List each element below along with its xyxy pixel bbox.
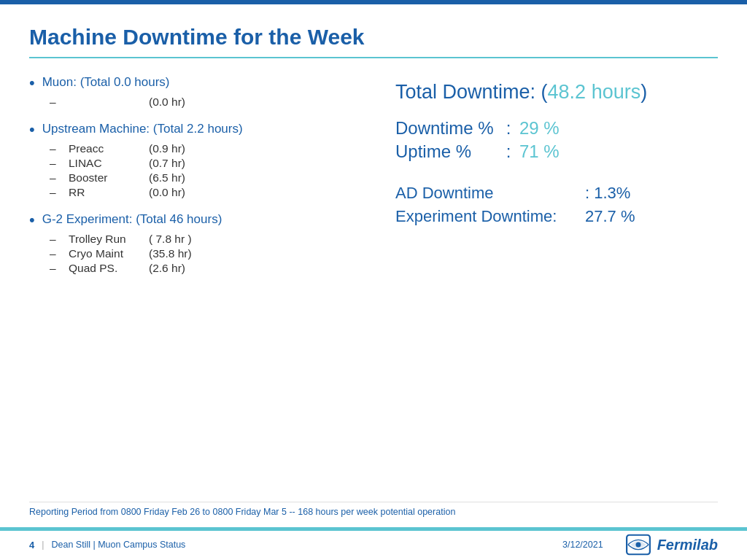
fermilab-icon bbox=[625, 534, 651, 556]
upstream-sub-name-1: LINAC bbox=[69, 157, 149, 170]
footer-date: 3/12/2021 bbox=[562, 540, 603, 550]
g2-section: • G-2 Experiment: (Total 46 hours) – Tro… bbox=[29, 212, 359, 275]
upstream-sub-item-3: – RR (0.0 hr) bbox=[50, 186, 359, 199]
upstream-sub-item-2: – Booster (6.5 hr) bbox=[50, 171, 359, 184]
upstream-sub-value-0: (0.9 hr) bbox=[149, 142, 185, 155]
upstream-sub-value-1: (0.7 hr) bbox=[149, 157, 185, 170]
experiment-downtime-value: 27.7 % bbox=[585, 207, 635, 226]
total-downtime-value: 48.2 hours bbox=[548, 81, 641, 103]
footer-separator: | bbox=[42, 540, 44, 550]
g2-sub-value-1: (35.8 hr) bbox=[149, 247, 192, 260]
uptime-percent-label: Uptime % bbox=[395, 141, 498, 162]
dash: – bbox=[50, 233, 61, 246]
experiment-downtime-label: Experiment Downtime: bbox=[395, 207, 585, 226]
upstream-sub-name-0: Preacc bbox=[69, 142, 149, 155]
page-number: 4 bbox=[29, 540, 34, 551]
upstream-sub-name-3: RR bbox=[69, 186, 149, 199]
dash: – bbox=[50, 262, 61, 275]
fermilab-brand-name: Fermilab bbox=[657, 537, 718, 553]
total-downtime-close: ) bbox=[640, 81, 647, 103]
main-columns: • Muon: (Total 0.0 hours) – (0.0 hr) bbox=[29, 71, 718, 502]
upstream-sub-value-2: (6.5 hr) bbox=[149, 171, 185, 184]
fermilab-logo: Fermilab bbox=[625, 534, 718, 556]
dash: – bbox=[50, 157, 61, 170]
g2-sub-name-2: Quad PS. bbox=[69, 262, 149, 275]
g2-sub-items: – Trolley Run ( 7.8 hr ) – Cryo Maint (3… bbox=[50, 233, 359, 275]
upstream-sub-name-2: Booster bbox=[69, 171, 149, 184]
left-column: • Muon: (Total 0.0 hours) – (0.0 hr) bbox=[29, 71, 374, 502]
slide: Machine Downtime for the Week • Muon: (T… bbox=[0, 0, 747, 560]
ad-downtime-value: : 1.3% bbox=[585, 184, 630, 203]
upstream-sub-item-1: – LINAC (0.7 hr) bbox=[50, 157, 359, 170]
g2-sub-value-2: (2.6 hr) bbox=[149, 262, 185, 275]
upstream-sub-items: – Preacc (0.9 hr) – LINAC (0.7 hr) – Boo… bbox=[50, 142, 359, 199]
dash: – bbox=[50, 142, 61, 155]
g2-bullet-item: • G-2 Experiment: (Total 46 hours) bbox=[29, 212, 359, 230]
ad-block: AD Downtime : 1.3% Experiment Downtime: … bbox=[395, 184, 718, 226]
slide-title: Machine Downtime for the Week bbox=[29, 25, 718, 58]
experiment-downtime-line: Experiment Downtime: 27.7 % bbox=[395, 207, 718, 226]
muon-bullet-item: • Muon: (Total 0.0 hours) bbox=[29, 75, 359, 93]
uptime-percent-value: 71 % bbox=[519, 141, 560, 162]
footer-left: 4 | Dean Still | Muon Campus Status bbox=[29, 540, 185, 551]
percent-block: Downtime % : 29 % Uptime % : 71 % bbox=[395, 118, 718, 162]
upstream-bullet-item: • Upstream Machine: (Total 2.2 hours) bbox=[29, 122, 359, 139]
upstream-sub-item-0: – Preacc (0.9 hr) bbox=[50, 142, 359, 155]
dash: – bbox=[50, 96, 61, 109]
bullet-dot-muon: • bbox=[29, 74, 35, 93]
uptime-percent-colon: : bbox=[498, 141, 519, 162]
g2-sub-item-2: – Quad PS. (2.6 hr) bbox=[50, 262, 359, 275]
g2-sub-value-0: ( 7.8 hr ) bbox=[149, 233, 192, 246]
bullet-dot-upstream: • bbox=[29, 120, 35, 139]
svg-point-1 bbox=[635, 542, 640, 547]
downtime-percent-colon: : bbox=[498, 118, 519, 139]
ad-downtime-line: AD Downtime : 1.3% bbox=[395, 184, 718, 203]
dash: – bbox=[50, 171, 61, 184]
reporting-note: Reporting Period from 0800 Friday Feb 26… bbox=[29, 502, 718, 520]
footer-row: 4 | Dean Still | Muon Campus Status 3/12… bbox=[0, 531, 747, 560]
total-downtime-label: Total Downtime: ( bbox=[395, 81, 548, 103]
muon-label: Muon: (Total 0.0 hours) bbox=[42, 75, 170, 90]
g2-sub-name-0: Trolley Run bbox=[69, 233, 149, 246]
upstream-section: • Upstream Machine: (Total 2.2 hours) – … bbox=[29, 122, 359, 199]
dash: – bbox=[50, 247, 61, 260]
muon-sub-items: – (0.0 hr) bbox=[50, 96, 359, 109]
upstream-label: Upstream Machine: (Total 2.2 hours) bbox=[42, 122, 243, 136]
ad-downtime-label: AD Downtime bbox=[395, 184, 585, 203]
muon-section: • Muon: (Total 0.0 hours) – (0.0 hr) bbox=[29, 75, 359, 109]
muon-sub-item-0: – (0.0 hr) bbox=[50, 96, 359, 109]
downtime-percent-label: Downtime % bbox=[395, 118, 498, 139]
upstream-sub-value-3: (0.0 hr) bbox=[149, 186, 185, 199]
total-downtime-line: Total Downtime: (48.2 hours) bbox=[395, 81, 718, 104]
downtime-percent-line: Downtime % : 29 % bbox=[395, 118, 718, 139]
content-area: Machine Downtime for the Week • Muon: (T… bbox=[0, 4, 747, 527]
g2-sub-name-1: Cryo Maint bbox=[69, 247, 149, 260]
muon-sub-name-0 bbox=[69, 96, 149, 109]
muon-sub-value-0: (0.0 hr) bbox=[149, 96, 185, 109]
downtime-percent-value: 29 % bbox=[519, 118, 560, 139]
footer-presenter: Dean Still | Muon Campus Status bbox=[51, 540, 185, 550]
dash: – bbox=[50, 186, 61, 199]
g2-label: G-2 Experiment: (Total 46 hours) bbox=[42, 212, 222, 227]
bullet-dot-g2: • bbox=[29, 211, 35, 230]
uptime-percent-line: Uptime % : 71 % bbox=[395, 141, 718, 162]
g2-sub-item-0: – Trolley Run ( 7.8 hr ) bbox=[50, 233, 359, 246]
right-column: Total Downtime: (48.2 hours) Downtime % … bbox=[374, 71, 718, 502]
g2-sub-item-1: – Cryo Maint (35.8 hr) bbox=[50, 247, 359, 260]
